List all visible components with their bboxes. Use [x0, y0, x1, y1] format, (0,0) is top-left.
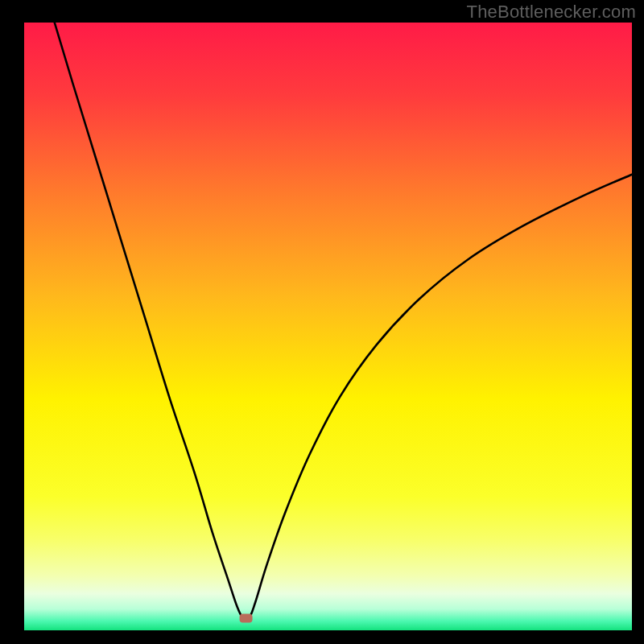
bottleneck-marker — [240, 613, 253, 622]
gradient-background — [24, 23, 632, 630]
chart-frame: TheBottlenecker.com — [0, 0, 644, 644]
chart-panel — [24, 23, 632, 630]
chart-svg — [24, 23, 632, 630]
watermark-text: TheBottlenecker.com — [467, 2, 636, 23]
